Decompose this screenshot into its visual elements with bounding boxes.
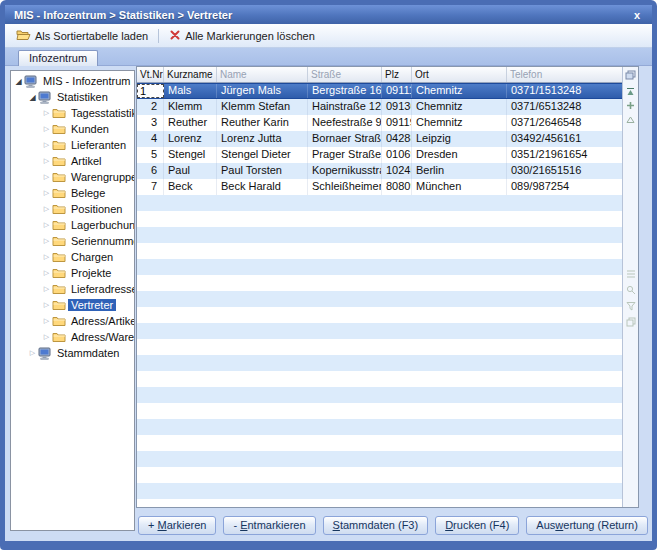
collapsed-arrow-icon[interactable]: ▷ (41, 205, 52, 213)
filter-button[interactable] (624, 299, 637, 312)
column-header-name[interactable]: Name (217, 67, 308, 82)
cell-nr[interactable]: 5 (137, 147, 164, 163)
tree-item-adress-warengruppen[interactable]: ▷Adress/Warengruppen (11, 329, 134, 345)
collapsed-arrow-icon[interactable]: ▷ (41, 237, 52, 245)
collapsed-arrow-icon[interactable]: ▷ (41, 333, 52, 341)
tree-item-warengruppen[interactable]: ▷Warengruppen (11, 169, 134, 185)
cell-strasse[interactable]: Neefestraße 94 (308, 115, 382, 131)
table-row[interactable]: 2KlemmKlemm StefanHainstraße 12209130Che… (137, 99, 622, 115)
cell-plz[interactable]: 10245 (382, 163, 412, 179)
cell-telefon[interactable]: 030/21651516 (507, 163, 622, 179)
cell-telefon[interactable]: 0351/21961654 (507, 147, 622, 163)
cell-kurzname[interactable]: Reuther (164, 115, 217, 131)
stammdaten-f3-button[interactable]: Stammdaten (F3) (323, 516, 429, 535)
cell-name[interactable]: Stengel Dieter (217, 147, 308, 163)
tree-item-seriennummern[interactable]: ▷Seriennummern (11, 233, 134, 249)
cell-name[interactable]: Klemm Stefan (217, 99, 308, 115)
cell-kurzname[interactable]: Paul (164, 163, 217, 179)
auswertung-button[interactable]: Auswertung (Return) (526, 516, 648, 535)
collapsed-arrow-icon[interactable]: ▷ (41, 253, 52, 261)
entmarkieren-button[interactable]: - Entmarkieren (223, 516, 315, 535)
column-header-vt-nr[interactable]: Vt.Nr▼ (137, 67, 164, 82)
cell-plz[interactable]: 04288 (382, 131, 412, 147)
tree-item-projekte[interactable]: ▷Projekte (11, 265, 134, 281)
cell-kurzname[interactable]: Stengel (164, 147, 217, 163)
collapsed-arrow-icon[interactable]: ▷ (41, 269, 52, 277)
collapsed-arrow-icon[interactable]: ▷ (41, 109, 52, 117)
table-row[interactable]: 3ReutherReuther KarinNeefestraße 9409119… (137, 115, 622, 131)
collapsed-arrow-icon[interactable]: ▷ (27, 349, 38, 357)
tab-infozentrum[interactable]: Infozentrum (18, 50, 98, 66)
cell-nr[interactable]: 2 (137, 99, 164, 115)
cell-plz[interactable]: 80809 (382, 179, 412, 195)
collapsed-arrow-icon[interactable]: ▷ (41, 301, 52, 309)
tree-item-mis-infozentrum[interactable]: ◢MIS - Infozentrum (11, 73, 134, 89)
cell-kurzname[interactable]: Lorenz (164, 131, 217, 147)
search-button[interactable] (624, 283, 637, 296)
collapsed-arrow-icon[interactable]: ▷ (41, 141, 52, 149)
cell-plz[interactable]: 09119 (382, 115, 412, 131)
cell-ort[interactable]: Chemnitz (412, 99, 507, 115)
tree-item-vertreter[interactable]: ▷Vertreter (11, 297, 134, 313)
tree-item-adress-artikel[interactable]: ▷Adress/Artikel (11, 313, 134, 329)
table-row[interactable]: 5StengelStengel DieterPrager Straße 2120… (137, 147, 622, 163)
clear-marks-button[interactable]: Alle Markierungen löschen (164, 27, 320, 45)
collapsed-arrow-icon[interactable]: ▷ (41, 221, 52, 229)
tree-item-belege[interactable]: ▷Belege (11, 185, 134, 201)
column-header-plz[interactable]: Plz (382, 67, 412, 82)
cell-name[interactable]: Paul Torsten (217, 163, 308, 179)
tree-item-lieferadressen[interactable]: ▷Lieferadressen (11, 281, 134, 297)
cell-ort[interactable]: München (412, 179, 507, 195)
cell-nr[interactable]: 1 (137, 84, 164, 98)
column-header-kurzname[interactable]: Kurzname (164, 67, 217, 82)
copy-button[interactable] (624, 315, 637, 328)
cell-kurzname[interactable]: Klemm (164, 99, 217, 115)
cell-nr[interactable]: 6 (137, 163, 164, 179)
cell-nr[interactable]: 4 (137, 131, 164, 147)
cell-ort[interactable]: Dresden (412, 147, 507, 163)
cell-kurzname[interactable]: Beck (164, 179, 217, 195)
cell-name[interactable]: Jürgen Mals (217, 84, 308, 98)
cell-strasse[interactable]: Kopernikusstraße 47 (308, 163, 382, 179)
column-header-ort[interactable]: Ort (412, 67, 507, 82)
collapsed-arrow-icon[interactable]: ▷ (41, 285, 52, 293)
drucken-f4-button[interactable]: Drucken (F4) (435, 516, 519, 535)
tree-item-artikel[interactable]: ▷Artikel (11, 153, 134, 169)
scroll-prev-button[interactable] (624, 112, 637, 125)
collapsed-arrow-icon[interactable]: ▷ (41, 173, 52, 181)
tree-item-lagerbuchungen[interactable]: ▷Lagerbuchungen (11, 217, 134, 233)
column-chooser-button[interactable] (624, 68, 637, 81)
cell-strasse[interactable]: Hainstraße 122 (308, 99, 382, 115)
cell-name[interactable]: Reuther Karin (217, 115, 308, 131)
tree-item-chargen[interactable]: ▷Chargen (11, 249, 134, 265)
tree-item-positionen[interactable]: ▷Positionen (11, 201, 134, 217)
cell-strasse[interactable]: Bergstraße 16 (308, 84, 382, 98)
tree-item-statistiken[interactable]: ◢Statistiken (11, 89, 134, 105)
cell-telefon[interactable]: 089/987254 (507, 179, 622, 195)
table-row[interactable]: 6PaulPaul TorstenKopernikusstraße 471024… (137, 163, 622, 179)
cell-ort[interactable]: Leipzig (412, 131, 507, 147)
markieren-button[interactable]: + Markieren (138, 516, 216, 535)
cell-kurzname[interactable]: Mals (164, 84, 217, 98)
cell-plz[interactable]: 01069 (382, 147, 412, 163)
column-header-telefon[interactable]: Telefon (507, 67, 622, 82)
table-row[interactable]: 7BeckBeck HaraldSchleißheimer Straße 378… (137, 179, 622, 195)
cell-strasse[interactable]: Schleißheimer Straße 378 (308, 179, 382, 195)
expanded-arrow-icon[interactable]: ◢ (13, 77, 24, 86)
cell-name[interactable]: Beck Harald (217, 179, 308, 195)
cell-telefon[interactable]: 0371/1513248 (507, 84, 622, 98)
collapsed-arrow-icon[interactable]: ▷ (41, 157, 52, 165)
tree-item-stammdaten[interactable]: ▷Stammdaten (11, 345, 134, 361)
collapsed-arrow-icon[interactable]: ▷ (41, 189, 52, 197)
cell-ort[interactable]: Chemnitz (412, 84, 507, 98)
cell-telefon[interactable]: 0371/6513248 (507, 99, 622, 115)
cell-nr[interactable]: 3 (137, 115, 164, 131)
cell-strasse[interactable]: Prager Straße 212 (308, 147, 382, 163)
tree-item-lieferanten[interactable]: ▷Lieferanten (11, 137, 134, 153)
tree-item-kunden[interactable]: ▷Kunden (11, 121, 134, 137)
row-list-button[interactable] (624, 267, 637, 280)
tree-item-tagesstatistik[interactable]: ▷Tagesstatistik (11, 105, 134, 121)
table-row[interactable]: 1MalsJürgen MalsBergstraße 1609111Chemni… (137, 83, 622, 99)
cell-telefon[interactable]: 03492/456161 (507, 131, 622, 147)
cell-ort[interactable]: Berlin (412, 163, 507, 179)
